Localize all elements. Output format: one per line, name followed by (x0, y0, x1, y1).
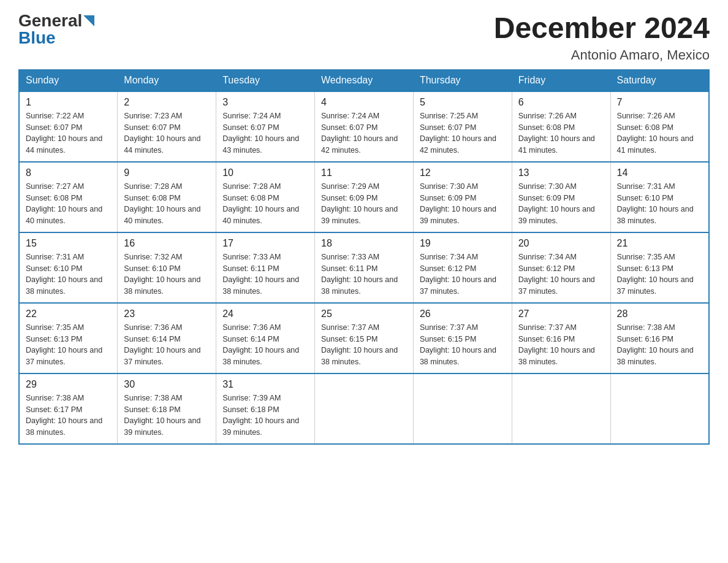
calendar-day-cell: 27 Sunrise: 7:37 AMSunset: 6:16 PMDaylig… (512, 303, 610, 373)
day-number: 8 (26, 167, 111, 178)
day-number: 29 (26, 379, 111, 390)
calendar-day-cell: 7 Sunrise: 7:26 AMSunset: 6:08 PMDayligh… (610, 91, 709, 162)
col-saturday: Saturday (610, 69, 709, 91)
day-number: 10 (222, 167, 308, 178)
day-info: Sunrise: 7:26 AMSunset: 6:08 PMDaylight:… (518, 112, 595, 155)
day-info: Sunrise: 7:36 AMSunset: 6:14 PMDaylight:… (222, 323, 299, 366)
day-info: Sunrise: 7:33 AMSunset: 6:11 PMDaylight:… (321, 253, 398, 296)
col-wednesday: Wednesday (315, 69, 414, 91)
day-number: 27 (518, 308, 604, 320)
location-subtitle: Antonio Amaro, Mexico (494, 47, 710, 63)
calendar-day-cell: 12 Sunrise: 7:30 AMSunset: 6:09 PMDaylig… (413, 162, 512, 232)
calendar-week-row: 15 Sunrise: 7:31 AMSunset: 6:10 PMDaylig… (19, 232, 709, 303)
day-info: Sunrise: 7:34 AMSunset: 6:12 PMDaylight:… (420, 253, 496, 296)
calendar-day-cell: 31 Sunrise: 7:39 AMSunset: 6:18 PMDaylig… (216, 373, 315, 444)
calendar-day-cell: 10 Sunrise: 7:28 AMSunset: 6:08 PMDaylig… (216, 162, 315, 232)
day-info: Sunrise: 7:31 AMSunset: 6:10 PMDaylight:… (26, 253, 102, 296)
day-number: 19 (420, 238, 506, 249)
calendar-day-cell: 30 Sunrise: 7:38 AMSunset: 6:18 PMDaylig… (118, 373, 216, 444)
calendar-day-cell: 24 Sunrise: 7:36 AMSunset: 6:14 PMDaylig… (216, 303, 315, 373)
day-info: Sunrise: 7:37 AMSunset: 6:15 PMDaylight:… (321, 323, 398, 366)
day-info: Sunrise: 7:31 AMSunset: 6:10 PMDaylight:… (617, 182, 694, 225)
day-info: Sunrise: 7:38 AMSunset: 6:17 PMDaylight:… (26, 394, 102, 437)
day-number: 21 (617, 238, 702, 249)
calendar-week-row: 29 Sunrise: 7:38 AMSunset: 6:17 PMDaylig… (19, 373, 709, 444)
calendar-day-cell: 22 Sunrise: 7:35 AMSunset: 6:13 PMDaylig… (19, 303, 118, 373)
day-number: 3 (222, 97, 308, 108)
calendar-day-cell: 4 Sunrise: 7:24 AMSunset: 6:07 PMDayligh… (315, 91, 414, 162)
day-number: 25 (321, 308, 407, 320)
day-info: Sunrise: 7:27 AMSunset: 6:08 PMDaylight:… (26, 182, 102, 225)
calendar-day-cell: 16 Sunrise: 7:32 AMSunset: 6:10 PMDaylig… (118, 232, 216, 303)
day-number: 16 (124, 238, 210, 249)
title-area: December 2024 Antonio Amaro, Mexico (494, 12, 710, 63)
col-tuesday: Tuesday (216, 69, 315, 91)
day-info: Sunrise: 7:30 AMSunset: 6:09 PMDaylight:… (420, 182, 496, 225)
day-number: 6 (518, 97, 604, 108)
day-info: Sunrise: 7:36 AMSunset: 6:14 PMDaylight:… (124, 323, 200, 366)
calendar-day-cell: 28 Sunrise: 7:38 AMSunset: 6:16 PMDaylig… (610, 303, 709, 373)
calendar-day-cell: 29 Sunrise: 7:38 AMSunset: 6:17 PMDaylig… (19, 373, 118, 444)
day-info: Sunrise: 7:38 AMSunset: 6:18 PMDaylight:… (124, 394, 200, 437)
day-number: 5 (420, 97, 506, 108)
day-info: Sunrise: 7:29 AMSunset: 6:09 PMDaylight:… (321, 182, 398, 225)
day-number: 17 (222, 238, 308, 249)
calendar-day-cell: 25 Sunrise: 7:37 AMSunset: 6:15 PMDaylig… (315, 303, 414, 373)
day-number: 30 (124, 379, 210, 390)
day-number: 11 (321, 167, 407, 178)
calendar-day-cell: 2 Sunrise: 7:23 AMSunset: 6:07 PMDayligh… (118, 91, 216, 162)
day-info: Sunrise: 7:38 AMSunset: 6:16 PMDaylight:… (617, 323, 694, 366)
calendar-day-cell: 23 Sunrise: 7:36 AMSunset: 6:14 PMDaylig… (118, 303, 216, 373)
calendar-day-cell: 5 Sunrise: 7:25 AMSunset: 6:07 PMDayligh… (413, 91, 512, 162)
day-info: Sunrise: 7:35 AMSunset: 6:13 PMDaylight:… (26, 323, 102, 366)
day-info: Sunrise: 7:22 AMSunset: 6:07 PMDaylight:… (26, 112, 102, 155)
calendar-day-cell: 13 Sunrise: 7:30 AMSunset: 6:09 PMDaylig… (512, 162, 610, 232)
day-number: 28 (617, 308, 702, 320)
day-number: 15 (26, 238, 111, 249)
day-info: Sunrise: 7:23 AMSunset: 6:07 PMDaylight:… (124, 112, 200, 155)
col-monday: Monday (118, 69, 216, 91)
calendar-day-cell: 18 Sunrise: 7:33 AMSunset: 6:11 PMDaylig… (315, 232, 414, 303)
col-sunday: Sunday (19, 69, 118, 91)
day-info: Sunrise: 7:37 AMSunset: 6:15 PMDaylight:… (420, 323, 496, 366)
day-number: 2 (124, 97, 210, 108)
day-info: Sunrise: 7:37 AMSunset: 6:16 PMDaylight:… (518, 323, 595, 366)
calendar-day-cell (610, 373, 709, 444)
calendar-day-cell: 26 Sunrise: 7:37 AMSunset: 6:15 PMDaylig… (413, 303, 512, 373)
calendar-week-row: 1 Sunrise: 7:22 AMSunset: 6:07 PMDayligh… (19, 91, 709, 162)
day-number: 13 (518, 167, 604, 178)
day-number: 26 (420, 308, 506, 320)
month-year-title: December 2024 (494, 12, 710, 45)
day-number: 1 (26, 97, 111, 108)
calendar-table: Sunday Monday Tuesday Wednesday Thursday… (18, 69, 710, 445)
day-number: 12 (420, 167, 506, 178)
day-number: 24 (222, 308, 308, 320)
day-number: 7 (617, 97, 702, 108)
calendar-day-cell (413, 373, 512, 444)
header-area: General Blue December 2024 Antonio Amaro… (18, 12, 710, 63)
calendar-day-cell: 19 Sunrise: 7:34 AMSunset: 6:12 PMDaylig… (413, 232, 512, 303)
day-info: Sunrise: 7:39 AMSunset: 6:18 PMDaylight:… (222, 394, 299, 437)
logo-blue-text: Blue (18, 29, 56, 47)
calendar-day-cell: 17 Sunrise: 7:33 AMSunset: 6:11 PMDaylig… (216, 232, 315, 303)
day-number: 9 (124, 167, 210, 178)
calendar-day-cell (315, 373, 414, 444)
day-info: Sunrise: 7:35 AMSunset: 6:13 PMDaylight:… (617, 253, 694, 296)
day-info: Sunrise: 7:34 AMSunset: 6:12 PMDaylight:… (518, 253, 595, 296)
day-info: Sunrise: 7:30 AMSunset: 6:09 PMDaylight:… (518, 182, 595, 225)
day-info: Sunrise: 7:28 AMSunset: 6:08 PMDaylight:… (222, 182, 299, 225)
calendar-day-cell: 14 Sunrise: 7:31 AMSunset: 6:10 PMDaylig… (610, 162, 709, 232)
day-info: Sunrise: 7:28 AMSunset: 6:08 PMDaylight:… (124, 182, 200, 225)
calendar-day-cell: 6 Sunrise: 7:26 AMSunset: 6:08 PMDayligh… (512, 91, 610, 162)
day-info: Sunrise: 7:33 AMSunset: 6:11 PMDaylight:… (222, 253, 299, 296)
calendar-day-cell: 15 Sunrise: 7:31 AMSunset: 6:10 PMDaylig… (19, 232, 118, 303)
day-info: Sunrise: 7:24 AMSunset: 6:07 PMDaylight:… (321, 112, 398, 155)
calendar-day-cell: 11 Sunrise: 7:29 AMSunset: 6:09 PMDaylig… (315, 162, 414, 232)
day-number: 18 (321, 238, 407, 249)
calendar-day-cell: 20 Sunrise: 7:34 AMSunset: 6:12 PMDaylig… (512, 232, 610, 303)
day-info: Sunrise: 7:32 AMSunset: 6:10 PMDaylight:… (124, 253, 200, 296)
day-number: 31 (222, 379, 308, 390)
day-info: Sunrise: 7:26 AMSunset: 6:08 PMDaylight:… (617, 112, 694, 155)
calendar-week-row: 8 Sunrise: 7:27 AMSunset: 6:08 PMDayligh… (19, 162, 709, 232)
day-number: 20 (518, 238, 604, 249)
